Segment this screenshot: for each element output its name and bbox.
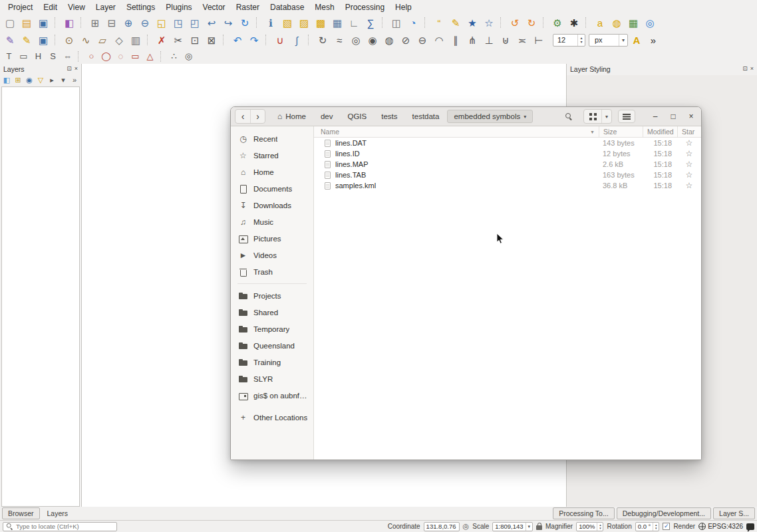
zoom-full-button[interactable]: ◱ <box>154 15 170 31</box>
form-annotation-button[interactable]: ▭ <box>17 50 31 63</box>
menu-item-layer[interactable]: Layer <box>90 1 121 14</box>
star-toggle[interactable]: ☆ <box>677 160 701 169</box>
delete-selected-button[interactable]: ✗ <box>154 32 170 48</box>
text-format-button[interactable]: A <box>629 32 645 48</box>
close-panel-icon[interactable]: × <box>75 66 78 72</box>
merge-attributes-button[interactable]: ≍ <box>514 32 530 48</box>
zoom-to-selection-button[interactable]: ◳ <box>170 15 186 31</box>
pan-map-button[interactable]: ⊞ <box>87 15 103 31</box>
deselect-features-button[interactable]: ▨ <box>296 15 312 31</box>
rotate-feature-button[interactable]: ↻ <box>315 32 331 48</box>
sidebar-item-trash[interactable]: Trash <box>231 263 313 280</box>
sort-indicator-icon[interactable]: ▼ <box>590 130 595 134</box>
spinner-arrows-icon[interactable] <box>653 523 659 531</box>
filter-legend-button[interactable]: ▽ <box>35 74 46 85</box>
tab-debugging-development[interactable]: Debugging/Development... <box>617 507 711 519</box>
plugin-manager-button[interactable]: ⚙ <box>549 15 565 31</box>
split-features-button[interactable]: ⋔ <box>464 32 480 48</box>
circle-3points-button[interactable]: ◯ <box>99 50 113 63</box>
delete-part-button[interactable]: ⊖ <box>414 32 430 48</box>
mean-coordinates-button[interactable]: ∴ <box>167 50 181 63</box>
simplify-feature-button[interactable]: ≈ <box>331 32 347 48</box>
cut-features-button[interactable]: ✂ <box>170 32 186 48</box>
delete-ring-button[interactable]: ⊘ <box>398 32 414 48</box>
tab-processing-to[interactable]: Processing To... <box>553 507 615 519</box>
man-age-map-themes-button[interactable]: ◉ <box>24 74 35 85</box>
minimize-button[interactable]: – <box>649 110 661 122</box>
rectangle-button[interactable]: ▭ <box>128 50 142 63</box>
maximize-button[interactable]: □ <box>667 110 679 122</box>
toolbar-extension-button[interactable]: » <box>645 32 661 48</box>
locator-input[interactable] <box>16 523 109 530</box>
menu-item-edit[interactable]: Edit <box>38 1 63 14</box>
panel-toolbar-extension-button[interactable]: » <box>69 74 80 85</box>
sidebar-item-queensland[interactable]: Queensland <box>231 337 313 354</box>
undo-button[interactable]: ↺ <box>507 15 523 31</box>
sidebar-item-home[interactable]: ⌂ Home <box>231 164 313 180</box>
column-header-modified[interactable]: Modified <box>643 126 677 137</box>
select-by-expression-button[interactable]: ▩ <box>313 15 329 31</box>
star-toggle[interactable]: ☆ <box>677 181 701 190</box>
float-panel-icon[interactable]: ⊡ <box>67 66 72 72</box>
breadcrumb-home[interactable]: ⌂ Home <box>271 110 313 123</box>
map-tips-button[interactable]: “ <box>431 15 447 31</box>
column-header-name[interactable]: Name ▼ <box>314 126 599 137</box>
sidebar-item-starred[interactable]: ☆ Starred <box>231 147 313 164</box>
menu-item-view[interactable]: View <box>63 1 90 14</box>
font-size-spinner[interactable]: 12 <box>553 34 585 47</box>
add-polygon-feature-button[interactable]: ▱ <box>94 32 110 48</box>
star-toggle[interactable]: ☆ <box>677 170 701 180</box>
sidebar-item-slyr[interactable]: SLYR <box>231 370 313 387</box>
circle-2points-button[interactable]: ○ <box>84 50 98 63</box>
open-attribute-table-button[interactable]: ▦ <box>329 15 345 31</box>
grid-view-button[interactable] <box>584 110 601 123</box>
sidebar-item-recent[interactable]: ◷ Recent <box>231 130 313 147</box>
file-row-lines-map[interactable]: lines.MAP 2.6 kB 15:18 ☆ <box>314 159 701 170</box>
toggle-editing-button[interactable]: ✎ <box>19 32 35 48</box>
sidebar-item-music[interactable]: ♫ Music <box>231 213 313 230</box>
open-project-button[interactable]: ▤ <box>19 15 35 31</box>
file-row-lines-tab[interactable]: lines.TAB 163 bytes 15:18 ☆ <box>314 170 701 180</box>
enable-tracing-button[interactable]: ∫ <box>289 32 305 48</box>
float-panel-icon[interactable]: ⊡ <box>742 66 748 72</box>
save-project-button[interactable]: ▣ <box>35 15 51 31</box>
sidebar-item-projects[interactable]: Projects <box>231 287 313 304</box>
file-row-samples-kml[interactable]: samples.kml 36.8 kB 15:18 ☆ <box>314 180 701 191</box>
sidebar-item-gis-on-aubnfsv006[interactable]: gis$ on aubnfsv006 <box>231 387 313 404</box>
file-row-lines-dat[interactable]: lines.DAT 143 bytes 15:18 ☆ <box>314 138 701 148</box>
mesh-calculator-button[interactable]: ▦ <box>625 15 641 31</box>
sidebar-item-pictures[interactable]: Pictures <box>231 230 313 247</box>
menu-item-raster[interactable]: Raster <box>231 1 265 14</box>
menu-item-vector[interactable]: Vector <box>198 1 231 14</box>
column-header-size[interactable]: Size <box>599 126 643 137</box>
menu-item-help[interactable]: Help <box>390 1 417 14</box>
merge-features-button[interactable]: ⊎ <box>498 32 514 48</box>
star-toggle[interactable]: ☆ <box>677 149 701 158</box>
trim-extend-button[interactable]: ⊢ <box>531 32 547 48</box>
add-line-feature-button[interactable]: ∿ <box>78 32 94 48</box>
sidebar-item-other-locations[interactable]: + Other Locations <box>231 409 313 426</box>
spinner-arrows-icon[interactable] <box>577 35 585 46</box>
save-layer-edits-button[interactable]: ▣ <box>35 32 51 48</box>
tab-browser[interactable]: Browser <box>2 507 40 519</box>
show-bookmarks-button[interactable]: ★ <box>464 15 480 31</box>
search-button[interactable] <box>560 109 577 124</box>
measure-line-button[interactable]: ∟ <box>346 15 362 31</box>
redo-button[interactable]: ↻ <box>524 15 539 31</box>
add-group-button[interactable]: ⊞ <box>13 74 23 85</box>
html-annotation-button[interactable]: H <box>31 50 45 63</box>
current-edits-button[interactable]: ✎ <box>2 32 18 48</box>
lock-icon[interactable] <box>536 525 542 530</box>
split-parts-button[interactable]: ⊥ <box>481 32 497 48</box>
open-layer-styling-button[interactable]: ◧ <box>1 74 12 85</box>
breadcrumb-qgis[interactable]: QGIS <box>341 110 373 123</box>
vertex-tool-button[interactable]: ◇ <box>111 32 127 48</box>
metasearch-button[interactable]: ◎ <box>642 15 658 31</box>
view-options-button[interactable]: ▾ <box>601 110 611 123</box>
coordinate-input[interactable] <box>424 522 460 531</box>
paste-features-button[interactable]: ⊠ <box>204 32 220 48</box>
menu-item-database[interactable]: Database <box>265 1 309 14</box>
identify-features-button[interactable]: ℹ <box>263 15 279 31</box>
new-project-button[interactable]: ▢ <box>2 15 18 31</box>
breadcrumb-tests[interactable]: tests <box>375 110 404 123</box>
